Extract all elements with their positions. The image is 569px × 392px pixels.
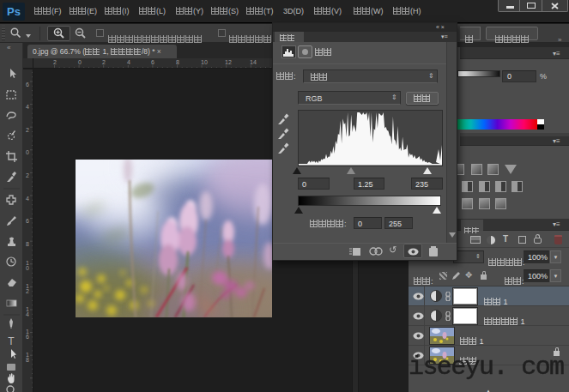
svg-text:T: T	[8, 335, 15, 347]
